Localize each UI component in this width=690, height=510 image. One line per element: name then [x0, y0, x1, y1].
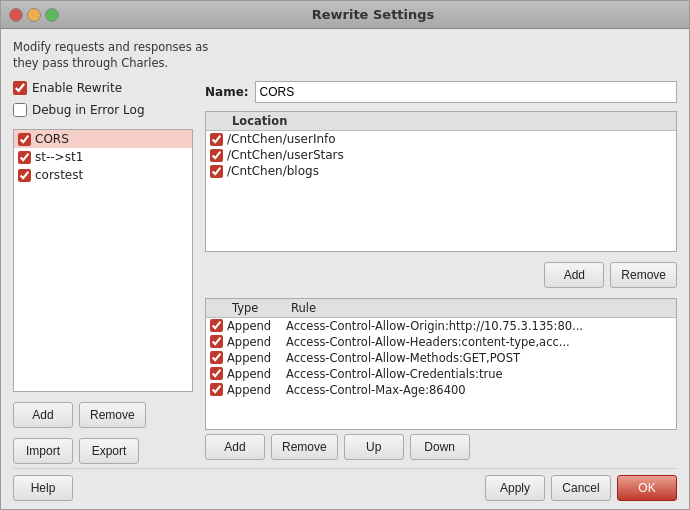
rule-type: Append — [227, 383, 282, 397]
window-title: Rewrite Settings — [65, 7, 681, 22]
rule-value: Access-Control-Max-Age:86400 — [286, 383, 672, 397]
rules-rows: Append Access-Control-Allow-Origin:http:… — [206, 318, 676, 429]
bottom-right-buttons: Apply Cancel OK — [485, 475, 677, 501]
location-rows: /CntChen/userInfo /CntChen/userStars /Cn… — [206, 131, 676, 251]
rule-checkbox-1[interactable] — [210, 335, 223, 348]
rule-checkbox-4[interactable] — [210, 383, 223, 396]
rules-header: Type Rule — [206, 299, 676, 318]
rule-buttons: Add Remove Up Down — [205, 430, 677, 464]
list-item[interactable]: st-->st1 — [14, 148, 192, 166]
export-button[interactable]: Export — [79, 438, 139, 464]
content: Modify requests and responses asthey pas… — [1, 29, 689, 509]
rule-value: Access-Control-Allow-Credentials:true — [286, 367, 672, 381]
location-remove-button[interactable]: Remove — [610, 262, 677, 288]
rule-up-button[interactable]: Up — [344, 434, 404, 460]
location-path: /CntChen/userInfo — [227, 132, 336, 146]
list-item-label: corstest — [35, 168, 83, 182]
name-label: Name: — [205, 85, 249, 99]
rule-row: Append Access-Control-Max-Age:86400 — [206, 382, 676, 398]
location-header-label: Location — [232, 114, 287, 128]
name-row: Name: — [205, 81, 677, 103]
maximize-button[interactable] — [45, 8, 59, 22]
name-input[interactable] — [255, 81, 677, 103]
rule-value: Access-Control-Allow-Methods:GET,POST — [286, 351, 672, 365]
titlebar-buttons — [9, 8, 59, 22]
rule-row: Append Access-Control-Allow-Credentials:… — [206, 366, 676, 382]
location-path: /CntChen/blogs — [227, 164, 319, 178]
rule-checkbox-0[interactable] — [210, 319, 223, 332]
right-panel: Name: Location /CntChen/userInfo — [205, 81, 677, 464]
ok-button[interactable]: OK — [617, 475, 677, 501]
left-buttons-2: Import Export — [13, 438, 193, 464]
left-add-button[interactable]: Add — [13, 402, 73, 428]
rule-add-button[interactable]: Add — [205, 434, 265, 460]
cancel-button[interactable]: Cancel — [551, 475, 611, 501]
debug-log-checkbox[interactable] — [13, 103, 27, 117]
enable-rewrite-row: Enable Rewrite — [13, 81, 193, 95]
left-buttons: Add Remove — [13, 402, 193, 428]
rule-checkbox-3[interactable] — [210, 367, 223, 380]
enable-rewrite-checkbox[interactable] — [13, 81, 27, 95]
rule-checkbox-2[interactable] — [210, 351, 223, 364]
locations-panel: Location /CntChen/userInfo /CntChen/user… — [205, 111, 677, 252]
location-path: /CntChen/userStars — [227, 148, 344, 162]
rules-panel: Type Rule Append Access-Control-Allow-Or… — [205, 298, 677, 430]
list-item-label: CORS — [35, 132, 69, 146]
rule-remove-button[interactable]: Remove — [271, 434, 338, 460]
list-item[interactable]: CORS — [14, 130, 192, 148]
subtitle: Modify requests and responses asthey pas… — [13, 39, 677, 71]
location-checkbox-1[interactable] — [210, 149, 223, 162]
titlebar: Rewrite Settings — [1, 1, 689, 29]
debug-log-row: Debug in Error Log — [13, 103, 193, 117]
apply-button[interactable]: Apply — [485, 475, 545, 501]
list-item-checkbox-corstest[interactable] — [18, 169, 31, 182]
list-item-checkbox-cors[interactable] — [18, 133, 31, 146]
location-checkbox-0[interactable] — [210, 133, 223, 146]
rule-down-button[interactable]: Down — [410, 434, 470, 460]
rule-type: Append — [227, 351, 282, 365]
rule-row: Append Access-Control-Allow-Methods:GET,… — [206, 350, 676, 366]
rule-row: Append Access-Control-Allow-Origin:http:… — [206, 318, 676, 334]
window: Rewrite Settings Modify requests and res… — [0, 0, 690, 510]
debug-log-label: Debug in Error Log — [32, 103, 145, 117]
left-panel: Enable Rewrite Debug in Error Log CORS s… — [13, 81, 193, 464]
bottom-bar: Help Apply Cancel OK — [13, 468, 677, 501]
body-row: Enable Rewrite Debug in Error Log CORS s… — [13, 81, 677, 464]
import-button[interactable]: Import — [13, 438, 73, 464]
close-button[interactable] — [9, 8, 23, 22]
list-item-checkbox-st[interactable] — [18, 151, 31, 164]
rewrite-list[interactable]: CORS st-->st1 corstest — [13, 129, 193, 392]
location-row: /CntChen/blogs — [206, 163, 676, 179]
minimize-button[interactable] — [27, 8, 41, 22]
rule-value: Access-Control-Allow-Origin:http://10.75… — [286, 319, 672, 333]
list-item-label: st-->st1 — [35, 150, 83, 164]
location-buttons: Add Remove — [205, 258, 677, 292]
rule-type: Append — [227, 367, 282, 381]
location-row: /CntChen/userStars — [206, 147, 676, 163]
left-remove-button[interactable]: Remove — [79, 402, 146, 428]
location-add-button[interactable]: Add — [544, 262, 604, 288]
locations-header: Location — [206, 112, 676, 131]
rule-value: Access-Control-Allow-Headers:content-typ… — [286, 335, 672, 349]
rules-rule-header: Rule — [291, 301, 672, 315]
help-button[interactable]: Help — [13, 475, 73, 501]
rules-type-header: Type — [232, 301, 287, 315]
rule-row: Append Access-Control-Allow-Headers:cont… — [206, 334, 676, 350]
location-row: /CntChen/userInfo — [206, 131, 676, 147]
rule-type: Append — [227, 319, 282, 333]
rules-section: Type Rule Append Access-Control-Allow-Or… — [205, 298, 677, 464]
rule-type: Append — [227, 335, 282, 349]
location-checkbox-2[interactable] — [210, 165, 223, 178]
enable-rewrite-label: Enable Rewrite — [32, 81, 122, 95]
list-item[interactable]: corstest — [14, 166, 192, 184]
